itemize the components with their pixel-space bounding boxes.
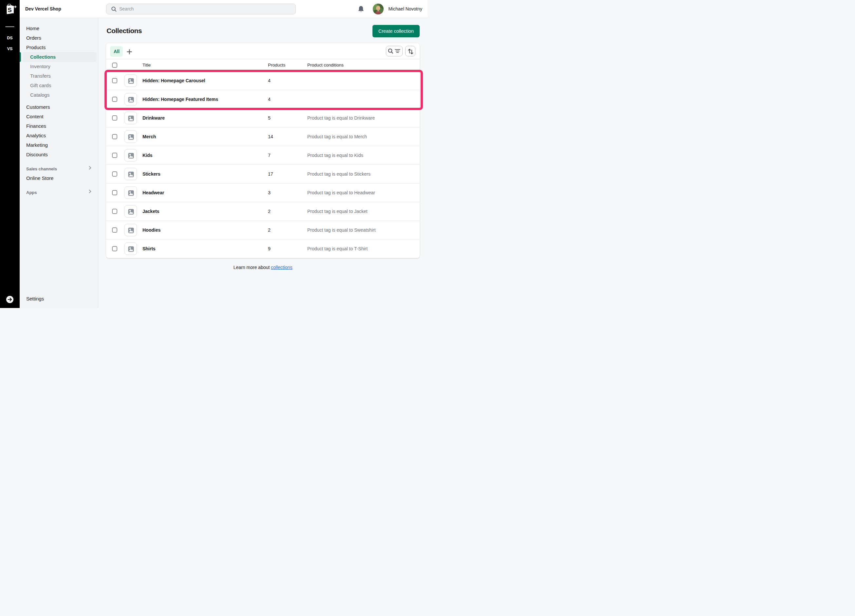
svg-text:S: S <box>8 6 12 14</box>
